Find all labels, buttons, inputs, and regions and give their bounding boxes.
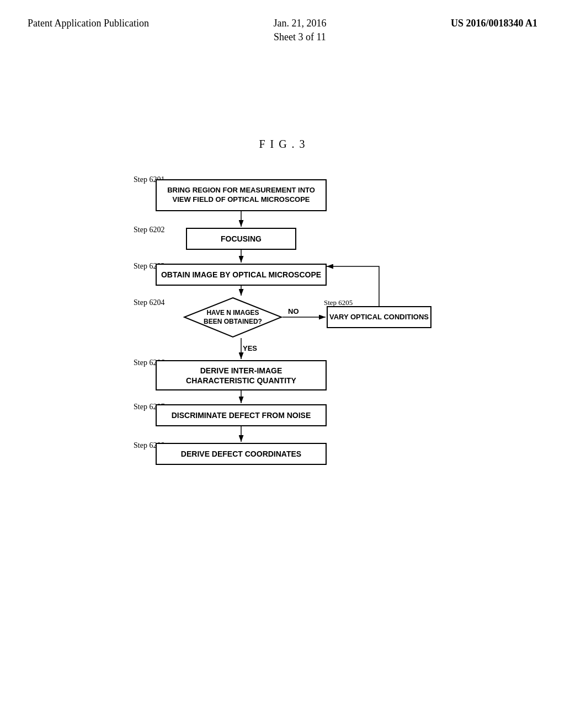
diamond-text: HAVE N IMAGESBEEN OBTAINED? — [194, 309, 271, 326]
svg-text:NO: NO — [288, 307, 299, 315]
flowchart: NO YES Step 6201 BRING REGION FOR MEASUR… — [89, 173, 476, 548]
box-bring-region-text: BRING REGION FOR MEASUREMENT INTO VIEW F… — [159, 186, 323, 205]
box-obtain-image-text: OBTAIN IMAGE BY OPTICAL MICROSCOPE — [161, 270, 321, 280]
header-center: Jan. 21, 2016 Sheet 3 of 11 — [273, 17, 326, 44]
page-header: Patent Application Publication Jan. 21, … — [0, 0, 565, 50]
box-bring-region: BRING REGION FOR MEASUREMENT INTO VIEW F… — [156, 179, 327, 211]
box-vary-optical-text: VARY OPTICAL CONDITIONS — [329, 313, 429, 322]
step-6204-label: Step 6204 — [134, 298, 164, 307]
step-6202-label: Step 6202 — [134, 226, 164, 234]
publication-label: Patent Application Publication — [28, 18, 149, 29]
sheet-label: Sheet 3 of 11 — [273, 30, 326, 44]
box-derive-interimage: DERIVE INTER-IMAGECHARACTERISTIC QUANTIT… — [156, 360, 327, 390]
svg-text:YES: YES — [243, 344, 257, 352]
box-vary-optical: VARY OPTICAL CONDITIONS — [327, 306, 431, 328]
box-discriminate: DISCRIMINATE DEFECT FROM NOISE — [156, 404, 327, 426]
figure-title: F I G . 3 — [0, 138, 565, 151]
patent-number: US 2016/0018340 A1 — [451, 17, 537, 30]
box-derive-defect-text: DERIVE DEFECT COORDINATES — [181, 449, 301, 459]
box-discriminate-text: DISCRIMINATE DEFECT FROM NOISE — [172, 410, 311, 420]
header-right: US 2016/0018340 A1 — [451, 17, 537, 30]
box-focusing-text: FOCUSING — [221, 234, 262, 244]
box-derive-defect: DERIVE DEFECT COORDINATES — [156, 443, 327, 465]
diamond-have-n-images: HAVE N IMAGESBEEN OBTAINED? — [183, 297, 282, 338]
box-obtain-image: OBTAIN IMAGE BY OPTICAL MICROSCOPE — [156, 264, 327, 286]
header-left: Patent Application Publication — [28, 17, 149, 30]
box-focusing: FOCUSING — [186, 228, 296, 250]
date-label: Jan. 21, 2016 — [273, 17, 326, 30]
box-derive-interimage-text: DERIVE INTER-IMAGECHARACTERISTIC QUANTIT… — [186, 366, 296, 386]
